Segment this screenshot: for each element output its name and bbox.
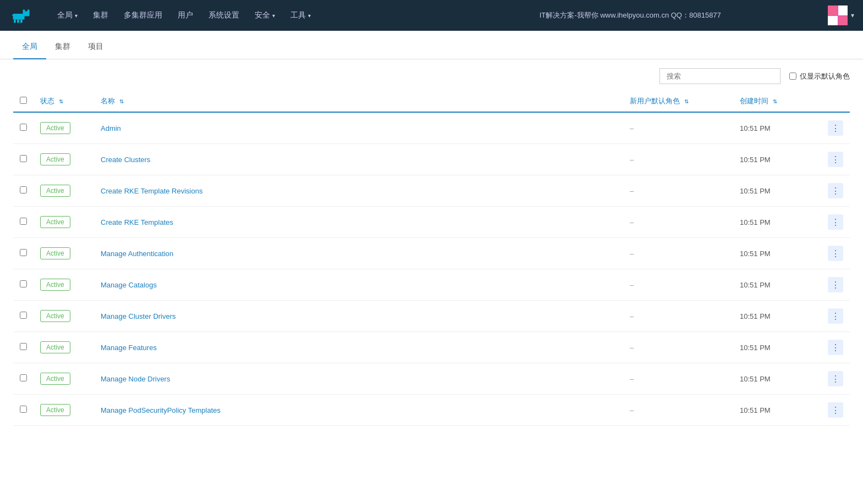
default-role-value: –: [630, 250, 634, 258]
row-checkbox-6[interactable]: [20, 312, 27, 319]
tab-项目[interactable]: 项目: [79, 35, 112, 59]
role-name-link[interactable]: Create Clusters: [101, 156, 150, 164]
svg-rect-7: [20, 20, 23, 23]
tabs-bar: 全局集群项目: [0, 35, 863, 59]
row-actions-button[interactable]: ⋮: [828, 120, 843, 136]
search-input[interactable]: [659, 68, 780, 84]
default-role-value: –: [630, 156, 634, 164]
svg-rect-3: [23, 10, 25, 13]
row-checkbox-5[interactable]: [20, 280, 27, 287]
header-check: [13, 91, 34, 112]
tab-全局[interactable]: 全局: [13, 35, 46, 59]
row-checkbox-4[interactable]: [20, 249, 27, 256]
sort-status-icon: ⇅: [59, 98, 63, 104]
default-role-value: –: [630, 218, 634, 226]
table-row: ActiveManage Features–10:51 PM⋮: [13, 332, 850, 363]
row-actions-button[interactable]: ⋮: [828, 340, 843, 355]
select-all-checkbox[interactable]: [20, 97, 27, 104]
role-name-link[interactable]: Create RKE Template Revisions: [101, 187, 202, 195]
created-time-value: 10:51 PM: [740, 218, 771, 226]
row-checkbox-3[interactable]: [20, 218, 27, 225]
row-checkbox-0[interactable]: [20, 124, 27, 131]
avatar-chevron[interactable]: ▾: [851, 12, 854, 19]
default-role-value: –: [630, 312, 634, 320]
row-checkbox-2[interactable]: [20, 186, 27, 193]
avatar[interactable]: [828, 5, 848, 25]
table-row: ActiveManage Node Drivers–10:51 PM⋮: [13, 363, 850, 395]
row-checkbox-7[interactable]: [20, 343, 27, 350]
chevron-down-icon: ▾: [308, 13, 311, 19]
nav-item-集群[interactable]: 集群: [86, 6, 115, 25]
table-row: ActiveManage Catalogs–10:51 PM⋮: [13, 269, 850, 301]
status-badge: Active: [40, 310, 70, 322]
row-checkbox-9[interactable]: [20, 406, 27, 413]
filter-label: 仅显示默认角色: [800, 71, 850, 81]
roles-table: 状态 ⇅ 名称 ⇅ 新用户默认角色 ⇅ 创建时间 ⇅ Act: [13, 91, 850, 426]
svg-rect-6: [17, 20, 19, 23]
nav-item-系统设置[interactable]: 系统设置: [202, 6, 246, 25]
created-time-value: 10:51 PM: [740, 375, 771, 383]
header-status[interactable]: 状态 ⇅: [34, 91, 94, 112]
row-actions-button[interactable]: ⋮: [828, 214, 843, 230]
nav-items: 全局▾集群多集群应用用户系统设置安全▾工具▾: [51, 6, 437, 25]
nav-item-全局[interactable]: 全局▾: [51, 6, 84, 25]
role-name-link[interactable]: Admin: [101, 124, 121, 132]
row-actions-button[interactable]: ⋮: [828, 308, 843, 324]
row-actions-button[interactable]: ⋮: [828, 277, 843, 292]
svg-rect-4: [28, 10, 30, 13]
role-name-link[interactable]: Manage Cluster Drivers: [101, 312, 176, 320]
row-checkbox-8[interactable]: [20, 374, 27, 381]
role-name-link[interactable]: Manage Authentication: [101, 250, 173, 258]
navbar: R 全局▾集群多集群应用用户系统设置安全▾工具▾ IT解决方案-我帮你 www.…: [0, 0, 863, 31]
table-row: ActiveManage PodSecurityPolicy Templates…: [13, 395, 850, 426]
row-actions-button[interactable]: ⋮: [828, 371, 843, 386]
nav-item-安全[interactable]: 安全▾: [248, 6, 282, 25]
nav-item-多集群应用[interactable]: 多集群应用: [117, 6, 169, 25]
created-time-value: 10:51 PM: [740, 406, 771, 414]
table-row: ActiveCreate RKE Templates–10:51 PM⋮: [13, 207, 850, 238]
row-actions-button[interactable]: ⋮: [828, 402, 843, 418]
table-body: ActiveAdmin–10:51 PM⋮ActiveCreate Cluste…: [13, 112, 850, 426]
nav-brand: IT解决方案-我帮你 www.ihelpyou.com.cn QQ：808158…: [437, 10, 824, 20]
status-badge: Active: [40, 122, 70, 134]
default-role-value: –: [630, 281, 634, 289]
filter-checkbox[interactable]: [789, 73, 796, 80]
role-name-link[interactable]: Manage Catalogs: [101, 281, 157, 289]
chevron-down-icon: ▾: [272, 13, 275, 19]
table-header: 状态 ⇅ 名称 ⇅ 新用户默认角色 ⇅ 创建时间 ⇅: [13, 91, 850, 112]
logo[interactable]: R: [9, 4, 42, 26]
created-time-value: 10:51 PM: [740, 312, 771, 320]
default-role-value: –: [630, 344, 634, 352]
header-name[interactable]: 名称 ⇅: [94, 91, 623, 112]
svg-rect-5: [14, 20, 16, 23]
row-checkbox-1[interactable]: [20, 155, 27, 162]
table-row: ActiveCreate RKE Template Revisions–10:5…: [13, 175, 850, 207]
status-badge: Active: [40, 279, 70, 291]
header-default-role[interactable]: 新用户默认角色 ⇅: [623, 91, 733, 112]
default-role-value: –: [630, 406, 634, 414]
nav-item-工具[interactable]: 工具▾: [284, 6, 317, 25]
header-created-time[interactable]: 创建时间 ⇅: [733, 91, 821, 112]
created-time-value: 10:51 PM: [740, 344, 771, 352]
default-role-value: –: [630, 375, 634, 383]
nav-item-用户[interactable]: 用户: [171, 6, 200, 25]
role-name-link[interactable]: Manage PodSecurityPolicy Templates: [101, 406, 221, 414]
chevron-down-icon: ▾: [75, 13, 78, 19]
toolbar: 仅显示默认角色: [13, 68, 850, 84]
filter-checkbox-label[interactable]: 仅显示默认角色: [789, 71, 850, 81]
row-actions-button[interactable]: ⋮: [828, 152, 843, 167]
tab-集群[interactable]: 集群: [46, 35, 79, 59]
svg-rect-8: [12, 15, 14, 16]
status-badge: Active: [40, 153, 70, 165]
table-row: ActiveManage Authentication–10:51 PM⋮: [13, 238, 850, 269]
table-row: ActiveCreate Clusters–10:51 PM⋮: [13, 144, 850, 175]
row-actions-button[interactable]: ⋮: [828, 246, 843, 261]
row-actions-button[interactable]: ⋮: [828, 183, 843, 198]
default-role-value: –: [630, 187, 634, 195]
role-name-link[interactable]: Manage Node Drivers: [101, 375, 170, 383]
status-badge: Active: [40, 341, 70, 353]
role-name-link[interactable]: Create RKE Templates: [101, 218, 173, 226]
status-badge: Active: [40, 216, 70, 228]
default-role-value: –: [630, 124, 634, 132]
role-name-link[interactable]: Manage Features: [101, 344, 157, 352]
